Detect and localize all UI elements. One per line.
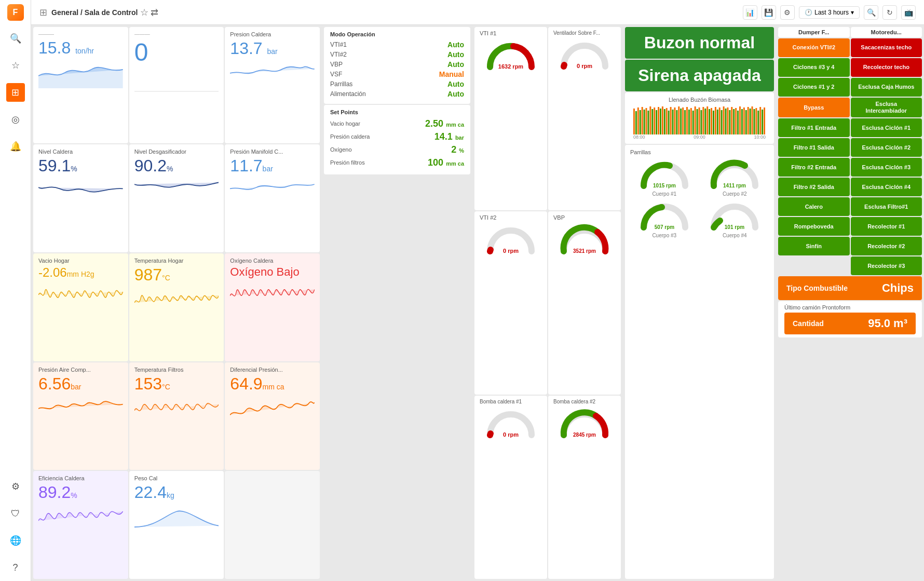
- llenado-chart: [633, 106, 766, 134]
- refresh-icon[interactable]: ↻: [882, 5, 897, 20]
- metric-value-0: 15.8 ton/hr: [38, 39, 123, 57]
- gear-icon[interactable]: ⚙: [780, 5, 795, 20]
- setpoints-card: Set Points Vacio hogar 2.50 mm ca Presió…: [324, 105, 470, 174]
- btn-esclusa-filtro1[interactable]: Esclusa Filtro#1: [851, 197, 922, 216]
- parrillas-grid: 1015 rpm Cuerpo #1 1411 rpm Cuerpo #2: [630, 157, 769, 238]
- btn-calero[interactable]: Calero: [778, 197, 850, 216]
- metric-chart-oc: [230, 278, 315, 357]
- svg-rect-37: [695, 106, 696, 134]
- btn-recolector3[interactable]: Recolector #3: [851, 256, 922, 275]
- svg-text:507 rpm: 507 rpm: [655, 224, 674, 230]
- svg-rect-64: [750, 109, 751, 134]
- cantidad-value: 95.0 m³: [868, 317, 907, 330]
- dashboard-icon[interactable]: ⊞: [6, 83, 25, 102]
- svg-rect-24: [668, 111, 670, 134]
- starred-icon[interactable]: ☆: [6, 56, 25, 75]
- admin-icon[interactable]: 🛡: [6, 504, 25, 523]
- plugins-icon[interactable]: 🌐: [6, 531, 25, 550]
- metric-card-empty: [225, 471, 320, 579]
- zoom-icon[interactable]: 🔍: [864, 5, 878, 20]
- btn-filtro2-salida[interactable]: Filtro #2 Salida: [778, 178, 850, 196]
- svg-rect-58: [737, 111, 739, 134]
- btn-bypass[interactable]: Bypass: [778, 98, 850, 117]
- btn-ciclones12[interactable]: Ciclones #1 y 2: [778, 78, 850, 97]
- metric-card-temp-filtros: Temperatura Filtros 153°C: [129, 362, 224, 470]
- btn-recolector-techo[interactable]: Recolector techo: [851, 58, 922, 77]
- gauge-vsf: Ventilador Sobre F... 0 rpm: [548, 27, 621, 210]
- btn-rompeboveda[interactable]: Rompeboveda: [778, 217, 850, 236]
- btn-ciclones34[interactable]: Ciclones #3 y 4: [778, 58, 850, 77]
- time-range-btn[interactable]: 🕐 Last 3 hours ▾: [799, 6, 860, 19]
- svg-rect-39: [699, 107, 700, 134]
- btn-filtro2-entrada[interactable]: Filtro #2 Entrada: [778, 158, 850, 177]
- btn-filtro1-salida[interactable]: Filtro #1 Salida: [778, 138, 850, 157]
- svg-rect-23: [666, 108, 668, 134]
- metric-title-0: ———: [38, 31, 123, 37]
- metric-title-pc: Peso Cal: [134, 475, 219, 481]
- metric-title-pm: Presión Manifold C...: [230, 148, 315, 155]
- btn-esclusa-ciclon4[interactable]: Esclusa Ciclón #4: [851, 178, 922, 196]
- search-icon[interactable]: 🔍: [6, 29, 25, 48]
- btn-esclusa-ciclon2[interactable]: Esclusa Ciclón #2: [851, 138, 922, 157]
- svg-rect-22: [664, 109, 665, 134]
- svg-rect-52: [725, 109, 727, 134]
- gauge-bomba2-svg: 2845 rpm: [559, 407, 610, 440]
- btn-esclusa-ciclon1[interactable]: Esclusa Ciclón #1: [851, 118, 922, 137]
- app-logo[interactable]: F: [7, 4, 24, 21]
- help-icon[interactable]: ?: [6, 558, 25, 577]
- buzon-panel: Buzon normal Sirena apagada Llenado Buzó…: [623, 25, 776, 581]
- svg-rect-19: [658, 107, 659, 134]
- metric-title-dp: Diferencial Presión...: [230, 367, 315, 373]
- btn-conexion-vti2[interactable]: Conexión VTI#2: [778, 38, 850, 57]
- svg-rect-38: [697, 109, 698, 134]
- svg-rect-28: [676, 110, 677, 134]
- metric-title-nc: Nivel Caldera: [38, 148, 123, 155]
- status-buttons-grid[interactable]: Conexión VTI#2 Sacacenizas techo Ciclone…: [778, 38, 922, 275]
- parrillas-title: Parrillas: [630, 149, 769, 155]
- svg-rect-31: [682, 107, 684, 134]
- metric-chart-nc: [38, 175, 123, 248]
- col1-header: Dumper F...: [778, 27, 850, 37]
- star-icon[interactable]: ☆: [140, 7, 148, 18]
- col-headers: Dumper F... Motoredu...: [778, 27, 922, 37]
- btn-recolector1[interactable]: Recolector #1: [851, 217, 922, 236]
- svg-rect-25: [670, 107, 672, 134]
- share-icon[interactable]: ⇄: [151, 7, 158, 18]
- btn-recolector2[interactable]: Recolector #2: [851, 237, 922, 255]
- metric-card-nivel-desgas: Nivel Desgasificador 90.2%: [129, 144, 224, 252]
- modo-row-vti2: VTI#2 Auto: [330, 50, 464, 59]
- explore-icon[interactable]: ◎: [6, 110, 25, 129]
- svg-rect-13: [646, 108, 647, 134]
- btn-sinfin[interactable]: Sinfín: [778, 237, 850, 255]
- svg-rect-66: [753, 109, 755, 134]
- chart-icon[interactable]: 📊: [743, 5, 757, 20]
- svg-text:0 rpm: 0 rpm: [577, 63, 592, 69]
- btn-esclusa-intercambiador[interactable]: Esclusa Intercambiador: [851, 98, 922, 117]
- topbar: ⊞ General / Sala de Control ☆ ⇄ 📊 💾 ⚙ 🕐 …: [31, 0, 924, 25]
- svg-text:2845 rpm: 2845 rpm: [573, 432, 596, 438]
- settings-icon[interactable]: ⚙: [6, 477, 25, 496]
- llenado-bars: [631, 106, 768, 134]
- fan-gauges-panel: VTI #1 1632 rpm Ventilador Sobre F...: [472, 25, 623, 581]
- modo-operacion-card: Modo Operación VTI#1 Auto VTI#2 Auto VBP…: [324, 27, 470, 104]
- metric-chart-presion: [230, 58, 315, 139]
- metric-chart-tf: [134, 393, 219, 466]
- svg-rect-29: [678, 106, 680, 134]
- btn-esclusa-caja[interactable]: Esclusa Caja Humos: [851, 78, 922, 97]
- btn-sacacenizas[interactable]: Sacacenizas techo: [851, 38, 922, 57]
- tv-icon[interactable]: 📺: [901, 5, 916, 20]
- sirena-card: Sirena apagada: [625, 60, 774, 91]
- svg-rect-71: [764, 107, 765, 134]
- svg-rect-41: [702, 107, 704, 134]
- svg-rect-9: [637, 107, 639, 134]
- svg-rect-45: [711, 108, 712, 134]
- btn-filtro1-entrada[interactable]: Filtro #1 Entrada: [778, 118, 850, 137]
- svg-text:1632 rpm: 1632 rpm: [498, 63, 524, 70]
- svg-rect-47: [715, 107, 716, 134]
- save-icon[interactable]: 💾: [762, 5, 776, 20]
- gauge-vti2-title: VTI #2: [480, 214, 496, 221]
- btn-esclusa-ciclon3[interactable]: Esclusa Ciclón #3: [851, 158, 922, 177]
- metric-chart-pa: [38, 393, 123, 466]
- alerts-icon[interactable]: 🔔: [6, 137, 25, 156]
- svg-rect-62: [745, 110, 747, 134]
